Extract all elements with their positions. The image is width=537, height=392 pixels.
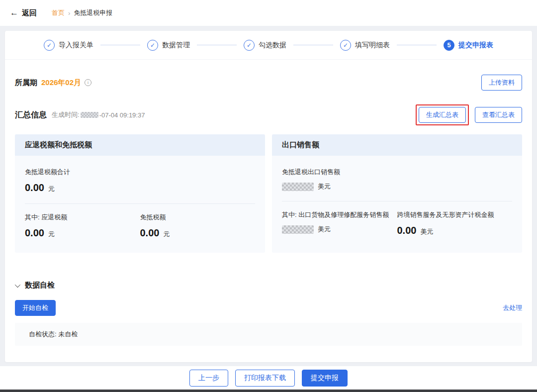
footer-action-bar: 上一步 打印报表下载 提交申报 (0, 366, 537, 390)
step-label: 填写明细表 (355, 41, 390, 50)
export-goods-field: 其中: 出口货物及修理修配服务销售额 美元 (282, 210, 397, 236)
status-value: 未自检 (58, 330, 78, 338)
breadcrumb-current: 免抵退税申报 (74, 8, 112, 17)
step-submit-declaration-form[interactable]: 5 提交申报表 (444, 40, 493, 51)
export-sales-card: 出口销售额 免抵退税出口销售额 美元 其中: 出口货物及修理修配服务销售额 (272, 134, 522, 253)
redacted-amount (282, 183, 314, 191)
highlight-annotation-box: 生成汇总表 (416, 104, 469, 125)
field-value: 0.00 元 (140, 227, 256, 239)
cross-border-field: 跨境销售服务及无形资产计税金额 0.00 美元 (397, 210, 513, 236)
step-select-data[interactable]: ✓ 勾选数据 (244, 40, 286, 51)
field-label: 免抵退税额合计 (25, 168, 255, 177)
redacted-amount (282, 225, 314, 234)
period-label: 所属期 (15, 78, 37, 88)
check-circle-icon: ✓ (44, 40, 55, 51)
go-handle-link[interactable]: 去处理 (503, 303, 522, 312)
generate-summary-button[interactable]: 生成汇总表 (419, 107, 466, 123)
currency-unit: 元 (163, 230, 170, 239)
field-value: 0.00 元 (25, 182, 255, 194)
self-check-status-bar: 自检状态: 未自检 (15, 323, 522, 346)
amount: 0.00 (25, 227, 44, 239)
redacted-date (81, 112, 98, 118)
step-import-declaration[interactable]: ✓ 导入报关单 (44, 40, 93, 51)
summary-actions: 生成汇总表 查看汇总表 (416, 104, 522, 125)
field-value: 美元 (282, 182, 512, 191)
field-label: 其中: 应退税额 (25, 213, 140, 222)
back-label: 返回 (22, 8, 37, 18)
step-label: 提交申报表 (458, 41, 493, 50)
step-label: 数据管理 (162, 41, 190, 50)
self-check-actions: 开始自检 去处理 (15, 300, 522, 316)
currency-unit: 元 (48, 185, 55, 194)
field-value: 0.00 元 (25, 227, 140, 239)
generated-time: 生成时间: -07-04 09:19:37 (52, 110, 145, 119)
breadcrumb-home-link[interactable]: 首页 (52, 8, 65, 17)
check-circle-icon: ✓ (244, 40, 255, 51)
divider (282, 201, 512, 201)
refund-tax-field: 其中: 应退税额 0.00 元 (25, 213, 140, 239)
step-connector (197, 45, 237, 45)
field-label: 免抵退税出口销售额 (282, 168, 512, 177)
currency-unit: 美元 (318, 182, 331, 191)
back-button[interactable]: ← 返回 (10, 8, 37, 18)
step-label: 勾选数据 (259, 41, 286, 50)
start-self-check-button[interactable]: 开始自检 (15, 300, 56, 316)
previous-step-button[interactable]: 上一步 (189, 370, 228, 387)
info-icon[interactable]: i (85, 79, 91, 86)
period-row: 所属期 2026年02月 i 上传资料 (15, 75, 522, 91)
upload-materials-button[interactable]: 上传资料 (481, 75, 522, 91)
generated-time-value: -07-04 09:19:37 (99, 111, 145, 119)
total-tax-field: 免抵退税额合计 0.00 元 (25, 168, 255, 194)
summary-row: 汇总信息 生成时间: -07-04 09:19:37 生成汇总表 查看汇总表 (15, 104, 522, 125)
field-label: 免抵税额 (140, 213, 256, 222)
step-label: 导入报关单 (59, 41, 93, 50)
step-fill-detail-form[interactable]: ✓ 填写明细表 (340, 40, 390, 51)
credit-tax-field: 免抵税额 0.00 元 (140, 213, 256, 239)
card-body: 免抵退税出口销售额 美元 其中: 出口货物及修理修配服务销售额 美元 (272, 156, 522, 236)
card-body: 免抵退税额合计 0.00 元 其中: 应退税额 0.00 元 (15, 156, 265, 239)
tax-amount-card: 应退税额和免抵税额 免抵退税额合计 0.00 元 其中: 应退税额 0.00 (15, 134, 265, 253)
print-report-download-button[interactable]: 打印报表下载 (235, 370, 295, 387)
card-title: 出口销售额 (272, 134, 522, 156)
card-title: 应退税额和免抵税额 (15, 134, 265, 156)
step-connector (397, 45, 437, 45)
currency-unit: 元 (48, 230, 55, 239)
field-row: 其中: 出口货物及修理修配服务销售额 美元 跨境销售服务及无形资产计税金额 0.… (282, 210, 512, 236)
self-check-title: 数据自检 (25, 281, 55, 290)
check-circle-icon: ✓ (340, 40, 351, 51)
step-number-icon: 5 (444, 40, 454, 51)
field-value: 美元 (282, 225, 397, 234)
self-check-section: 数据自检 开始自检 去处理 自检状态: 未自检 (15, 281, 522, 346)
step-data-management[interactable]: ✓ 数据管理 (147, 40, 190, 51)
view-summary-button[interactable]: 查看汇总表 (475, 107, 522, 123)
step-connector (293, 45, 333, 45)
breadcrumb-separator: › (68, 9, 70, 17)
currency-unit: 美元 (420, 227, 433, 236)
field-row: 其中: 应退税额 0.00 元 免抵税额 0.00 元 (25, 213, 255, 239)
status-label: 自检状态: (29, 330, 57, 338)
self-check-collapse-toggle[interactable]: 数据自检 (15, 281, 522, 290)
summary-title: 汇总信息 (15, 110, 47, 120)
amount: 0.00 (397, 225, 417, 236)
amount: 0.00 (25, 182, 44, 194)
breadcrumb: 首页 › 免抵退税申报 (52, 8, 112, 17)
period-value: 2026年02月 (41, 78, 81, 88)
divider (25, 203, 255, 204)
field-value: 0.00 美元 (397, 225, 513, 236)
amount: 0.00 (140, 227, 160, 239)
back-arrow-icon: ← (10, 8, 18, 18)
field-label: 跨境销售服务及无形资产计税金额 (397, 210, 513, 219)
stepper: ✓ 导入报关单 ✓ 数据管理 ✓ 勾选数据 ✓ 填写明细表 5 提交申报表 (5, 31, 532, 60)
step-connector (100, 45, 140, 45)
bottom-window-edge (0, 390, 537, 392)
generated-time-label: 生成时间: (52, 110, 80, 119)
export-total-field: 免抵退税出口销售额 美元 (282, 168, 512, 191)
field-label: 其中: 出口货物及修理修配服务销售额 (282, 210, 397, 219)
submit-declaration-button[interactable]: 提交申报 (302, 370, 348, 387)
currency-unit: 美元 (318, 225, 331, 234)
summary-cards: 应退税额和免抵税额 免抵退税额合计 0.00 元 其中: 应退税额 0.00 (15, 134, 522, 253)
main-panel: ✓ 导入报关单 ✓ 数据管理 ✓ 勾选数据 ✓ 填写明细表 5 提交申报表 所属… (5, 31, 532, 362)
chevron-down-icon (15, 282, 20, 287)
check-circle-icon: ✓ (147, 40, 158, 51)
topbar: ← 返回 首页 › 免抵退税申报 (0, 0, 537, 26)
